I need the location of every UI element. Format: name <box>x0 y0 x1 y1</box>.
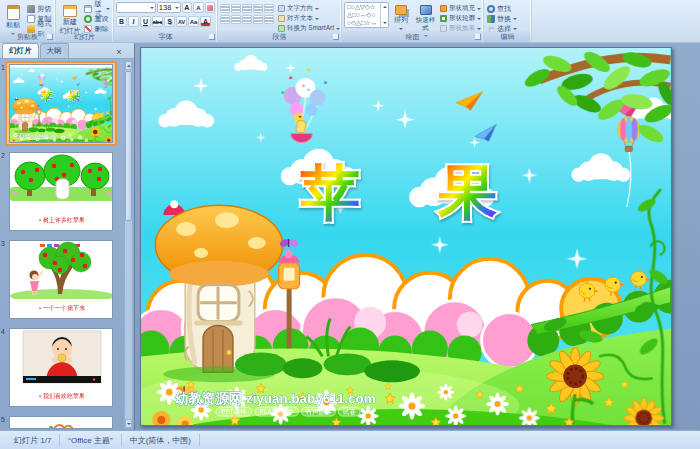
font-name-combo[interactable] <box>116 2 156 13</box>
paste-button[interactable]: 粘贴 <box>2 2 24 30</box>
slide-thumbnail-5[interactable]: 5 <box>9 416 115 429</box>
copy-icon <box>27 15 35 23</box>
align-text-dropdown-icon <box>315 18 319 22</box>
scroll-down-button[interactable] <box>125 419 132 428</box>
arrange-icon <box>395 5 407 15</box>
shapes-gallery[interactable]: □○△▽◇☆ △□○↔◇○ ○◇△□☆↔ <box>344 2 389 28</box>
change-case-button[interactable]: Aa <box>188 16 199 27</box>
font-dialog-launcher-icon[interactable] <box>209 34 215 40</box>
text-shadow-button[interactable]: S <box>164 16 175 27</box>
find-button[interactable]: 查找 <box>486 4 518 13</box>
slide-title-char-1[interactable]: 苹 <box>301 159 361 226</box>
slide-title-char-2[interactable]: 果 <box>437 159 498 226</box>
font-size-dropdown-icon <box>175 7 179 11</box>
decrease-indent-button[interactable] <box>242 4 252 13</box>
ribbon-group-paragraph: 文字方向 对齐文本 转换为 SmartArt 段落 <box>218 0 342 42</box>
clear-formatting-icon <box>207 5 213 11</box>
new-slide-icon <box>63 5 77 17</box>
slide-thumbnail-1[interactable]: 1 <box>9 64 115 143</box>
slide-4-thumb-art <box>10 329 113 387</box>
slide-1-thumb-art <box>10 65 113 143</box>
replace-label: 替换 <box>497 14 511 24</box>
cut-button[interactable]: 剪切 <box>26 4 53 13</box>
slide-thumbnail-2[interactable]: 2 • 树上许多红苹果 <box>9 152 115 231</box>
group-label-drawing: 绘图 <box>342 31 483 42</box>
increase-indent-button[interactable] <box>253 4 263 13</box>
align-center-button[interactable] <box>231 15 241 24</box>
quick-styles-label: 快速样式 <box>414 16 437 31</box>
paste-icon <box>7 5 20 20</box>
align-right-button[interactable] <box>242 15 252 24</box>
strikethrough-button[interactable]: abc <box>152 16 163 27</box>
group-label-paragraph: 段落 <box>218 31 341 42</box>
powerpoint-window: 粘贴 剪切 复制 格式刷 剪贴板 新建 幻灯片 版式 重设 删除 幻灯片 <box>0 0 700 449</box>
slide-thumbnail-4[interactable]: 4 • 我们喜欢吃苹果 <box>9 328 115 407</box>
reset-button[interactable]: 重设 <box>83 14 111 23</box>
watermark-tag-2: FLASH课件 <box>260 408 294 415</box>
shape-outline-label: 形状轮廓 <box>449 14 475 23</box>
paragraph-dialog-launcher-icon[interactable] <box>333 34 339 40</box>
grow-font-glyph: A <box>184 4 189 11</box>
clipboard-dialog-launcher-icon[interactable] <box>47 34 53 40</box>
font-size-combo[interactable]: 138 <box>157 2 181 13</box>
slide-3-thumb-art <box>10 241 113 299</box>
align-text-button[interactable]: 对齐文本 <box>278 14 340 23</box>
slides-panel: 幻灯片 大纲 × 1 2 <box>0 43 135 430</box>
font-color-button[interactable]: A <box>200 16 211 27</box>
ribbon: 粘贴 剪切 复制 格式刷 剪贴板 新建 幻灯片 版式 重设 删除 幻灯片 <box>0 0 700 43</box>
status-language[interactable]: 中文(简体，中国) <box>122 434 200 446</box>
ribbon-group-font: 138 A A B I U abc S AV Aa A 字体 <box>114 0 218 42</box>
columns-button[interactable] <box>264 15 274 24</box>
slide-5-thumb[interactable] <box>9 416 113 429</box>
shrink-font-button[interactable]: A <box>193 2 203 13</box>
new-slide-label-1: 新建 <box>63 18 77 26</box>
quick-styles-button[interactable]: 快速样式 <box>413 2 438 30</box>
shape-fill-label: 形状填充 <box>449 4 475 13</box>
status-theme: “Office 主题” <box>60 434 121 446</box>
shape-outline-icon <box>440 15 447 22</box>
tab-slides[interactable]: 幻灯片 <box>2 43 39 58</box>
underline-button[interactable]: U <box>140 16 151 27</box>
status-slide-number: 幻灯片 1/7 <box>6 434 60 446</box>
scissors-icon <box>27 5 35 13</box>
shapes-gallery-scrollbar[interactable] <box>380 3 388 27</box>
replace-icon <box>487 15 495 23</box>
shapes-row-3: ○◇△□☆↔ <box>347 19 380 27</box>
drawing-dialog-launcher-icon[interactable] <box>475 34 481 40</box>
clear-formatting-button[interactable] <box>205 2 215 13</box>
panel-close-icon[interactable]: × <box>114 48 124 56</box>
panel-scrollbar[interactable] <box>124 60 133 429</box>
numbering-button[interactable] <box>231 4 241 13</box>
shrink-font-glyph: A <box>196 5 200 11</box>
layout-button[interactable]: 版式 <box>83 4 111 13</box>
align-left-button[interactable] <box>220 15 230 24</box>
character-spacing-button[interactable]: AV <box>176 16 187 27</box>
scroll-up-button[interactable] <box>125 61 132 70</box>
cut-label: 剪切 <box>37 4 51 14</box>
panel-scrollbar-thumb[interactable] <box>125 71 132 221</box>
font-size-value: 138 <box>159 3 172 12</box>
layout-dropdown-icon <box>106 8 110 12</box>
paste-label: 粘贴 <box>6 21 20 29</box>
bullets-button[interactable] <box>220 4 230 13</box>
replace-button[interactable]: 替换 <box>486 14 518 23</box>
slide-editor-canvas[interactable]: 苹 果 <box>140 47 672 426</box>
character-spacing-glyph: AV <box>178 19 185 25</box>
line-spacing-button[interactable] <box>264 4 274 13</box>
text-direction-label: 文字方向 <box>287 4 313 13</box>
slide-thumbnail-3[interactable]: 3 • 一个一个摘下来 <box>9 240 115 319</box>
text-direction-button[interactable]: 文字方向 <box>278 4 340 13</box>
shape-outline-button[interactable]: 形状轮廓 <box>440 14 481 23</box>
slide-1-thumb[interactable] <box>9 64 113 143</box>
grow-font-button[interactable]: A <box>182 2 192 13</box>
italic-button[interactable]: I <box>128 16 139 27</box>
reset-icon <box>84 15 92 23</box>
new-slide-button[interactable]: 新建 幻灯片 <box>58 2 81 30</box>
tab-outline[interactable]: 大纲 <box>40 43 69 58</box>
shape-fill-button[interactable]: 形状填充 <box>440 4 481 13</box>
bold-button[interactable]: B <box>116 16 127 27</box>
status-bar: 幻灯片 1/7 “Office 主题” 中文(简体，中国) <box>0 430 700 449</box>
justify-button[interactable] <box>253 15 263 24</box>
change-case-glyph: Aa <box>190 19 198 25</box>
arrange-button[interactable]: 排列 <box>391 2 411 30</box>
